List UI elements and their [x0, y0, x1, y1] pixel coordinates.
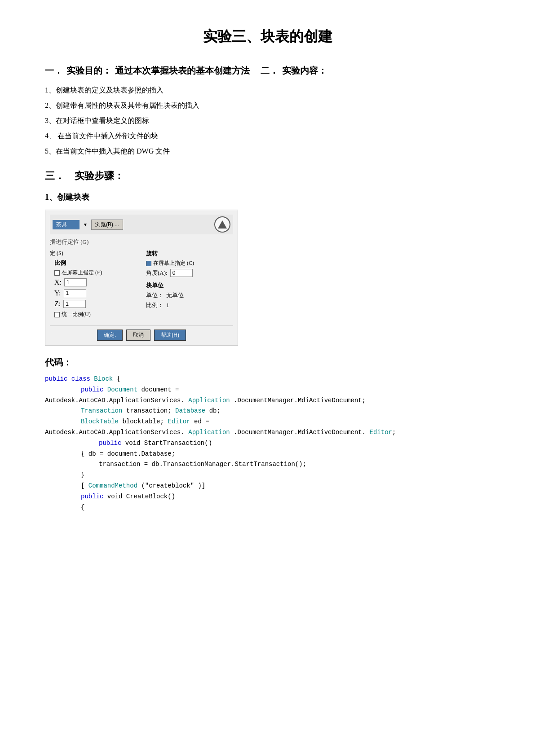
code-line-6: Autodesk.AutoCAD.ApplicationServices. Ap…	[45, 427, 490, 438]
unit-label: 单位：	[146, 291, 164, 299]
code-line-4: Transaction transaction; Database db;	[45, 406, 490, 417]
scale-row: 比例： 1	[146, 301, 233, 309]
locate-text: 据进行定位 (G)	[50, 238, 233, 246]
code-line-2: public Document document =	[45, 385, 490, 396]
z-input[interactable]	[63, 300, 86, 308]
y-label: Y:	[54, 289, 61, 297]
code-line-3: Autodesk.AutoCAD.ApplicationServices. Ap…	[45, 396, 490, 406]
screen-rotate-label: 在屏幕上指定 (C)	[153, 259, 194, 267]
code-line-13: {	[45, 502, 490, 513]
code-line-10: }	[45, 470, 490, 481]
cancel-button[interactable]: 取消	[126, 330, 150, 341]
content-list: 1、创建块表的定义及块表参照的插入 2、创建带有属性的块表及其带有属性块表的插入…	[45, 83, 490, 158]
preview-button[interactable]: 浏览(B)....	[91, 220, 123, 230]
triangle-icon	[218, 220, 227, 229]
rotate-title: 旋转	[146, 250, 233, 258]
section1-desc: 通过本次掌握块表的基本创建方法	[115, 65, 250, 77]
scale-label: 比例：	[146, 301, 164, 309]
unit-row: 单位： 无单位	[146, 291, 233, 299]
uniform-row: 统一比例(U)	[54, 311, 137, 318]
dialog-dropdown[interactable]: 茶具	[53, 220, 80, 229]
code-line-12: public void CreateBlock()	[45, 492, 490, 502]
x-row: X:	[54, 278, 137, 286]
x-input[interactable]	[64, 278, 87, 286]
section2-label: 二．	[261, 65, 279, 77]
code-line-7: public void StartTransaction()	[45, 438, 490, 449]
list-item: 4、 在当前文件中插入外部文件的块	[45, 129, 490, 143]
list-item: 3、在对话框中查看块定义的图标	[45, 114, 490, 128]
section3-header: 三． 实验步骤：	[45, 169, 490, 183]
list-item: 5、在当前文件中插入其他的 DWG 文件	[45, 144, 490, 158]
section3-heading: 实验步骤：	[75, 170, 124, 181]
list-item: 1、创建块表的定义及块表参照的插入	[45, 83, 490, 97]
section-purpose-header: 一． 实验目的： 通过本次掌握块表的基本创建方法 二． 实验内容：	[45, 65, 490, 77]
screen-ratio-checkbox[interactable]	[54, 270, 60, 276]
dialog-toolbar: 茶具 ▼ 浏览(B)....	[50, 215, 233, 234]
unit-value: 无单位	[166, 291, 184, 299]
z-row: Z:	[54, 300, 137, 308]
y-row: Y:	[54, 289, 137, 297]
section3-label: 三．	[45, 170, 65, 181]
unit-title: 块单位	[146, 281, 233, 290]
help-button[interactable]: 帮助(H)	[154, 330, 186, 341]
circle-icon	[214, 216, 230, 233]
scale-value: 1	[166, 302, 169, 309]
z-label: Z:	[54, 300, 61, 308]
screen-rotate-checkbox[interactable]	[146, 261, 151, 266]
section1-label: 一．	[45, 65, 63, 77]
code-line-5: BlockTable blocktable; Editor ed =	[45, 417, 490, 427]
section2-heading: 实验内容：	[282, 65, 327, 77]
define-label: 定 (S)	[50, 250, 63, 257]
screen-ratio-row: 在屏幕上指定 (E)	[54, 269, 137, 277]
dialog-right: 旋转 在屏幕上指定 (C) 角度(A): 块单位 单位： 无单位 比例： 1	[146, 250, 233, 320]
page-title: 实验三、块表的创建	[45, 27, 490, 47]
code-line-8: { db = document.Database;	[45, 449, 490, 460]
angle-label: 角度(A):	[146, 269, 168, 277]
code-line-1: public class Block {	[45, 374, 490, 385]
step1-header: 1、创建块表	[45, 192, 490, 202]
dialog-left: 定 (S) 比例 在屏幕上指定 (E) X: Y: Z:	[50, 250, 137, 320]
code-line-9: transaction = db.TransactionManager.Star…	[45, 459, 490, 470]
uniform-checkbox[interactable]	[54, 312, 60, 317]
section1-heading: 实验目的：	[66, 65, 111, 77]
angle-row: 角度(A):	[146, 269, 233, 277]
code-line-11: [ CommandMethod ("createblock" )]	[45, 481, 490, 492]
uniform-label: 统一比例(U)	[62, 311, 91, 318]
screen-ratio-label: 在屏幕上指定 (E)	[62, 269, 102, 277]
code-section-title: 代码：	[45, 356, 490, 369]
y-input[interactable]	[64, 289, 86, 297]
dropdown-arrow-icon: ▼	[83, 222, 88, 227]
dialog-container: 茶具 ▼ 浏览(B).... 据进行定位 (G) 定 (S) 比例 在屏幕上指定…	[45, 210, 238, 346]
dialog-footer: 确定. 取消 帮助(H)	[50, 325, 233, 341]
angle-input[interactable]	[170, 269, 193, 277]
ratio-title: 比例	[54, 259, 137, 267]
x-label: X:	[54, 278, 62, 286]
list-item: 2、创建带有属性的块表及其带有属性块表的插入	[45, 98, 490, 113]
define-row: 定 (S)	[50, 250, 137, 257]
confirm-button[interactable]: 确定.	[97, 330, 123, 341]
dialog-body: 定 (S) 比例 在屏幕上指定 (E) X: Y: Z:	[50, 250, 233, 320]
code-block: public class Block { public Document doc…	[45, 374, 490, 513]
screen-rotate-row: 在屏幕上指定 (C)	[146, 259, 233, 267]
